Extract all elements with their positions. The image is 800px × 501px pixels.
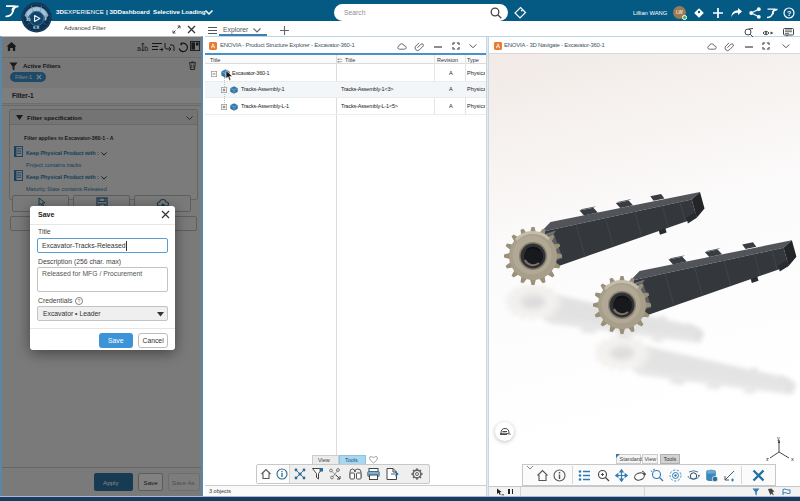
svg-text:?: ? <box>78 297 81 303</box>
svg-text:x: x <box>791 456 794 462</box>
svg-text:3D: 3D <box>26 18 31 22</box>
svg-text:?: ? <box>787 10 791 17</box>
svg-text:z: z <box>766 456 769 462</box>
svg-text:K.R: K.R <box>33 26 39 30</box>
svg-text:y: y <box>777 435 780 441</box>
